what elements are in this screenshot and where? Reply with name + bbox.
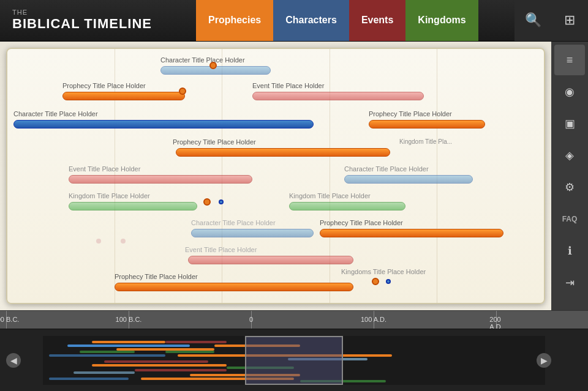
- minimap-next-button[interactable]: ▶: [537, 353, 551, 368]
- logo-title: BIBLICAL TIMELINE: [12, 16, 184, 32]
- layers-button[interactable]: ⊞: [551, 0, 588, 41]
- ruler-label-200bc: 200 B.C.: [0, 316, 19, 323]
- bar-proph-2: [369, 120, 485, 128]
- timeline-content: Character Title Place Holder Prophecy Ti…: [0, 42, 551, 310]
- tab-kingdoms[interactable]: Kingdoms: [405, 0, 478, 41]
- ruler-label-0: 0: [249, 316, 253, 323]
- dot-5: [372, 278, 379, 285]
- label-kingdom-right: Kingdom Title Pla...: [399, 138, 452, 145]
- bar-event-3: [188, 256, 353, 264]
- label-char-4: Character Title Place Holder: [191, 219, 276, 226]
- mini-bar: [49, 354, 165, 357]
- dot-faint-2: [121, 239, 126, 244]
- label-proph-4: Prophecy Title Place Holder: [320, 219, 403, 226]
- header-icons: 🔍 ⊞: [514, 0, 588, 41]
- mini-bar: [49, 378, 129, 380]
- label-proph-2: Prophecy Title Place Holder: [369, 110, 452, 117]
- minimap-prev-button[interactable]: ◀: [6, 353, 21, 368]
- bar-proph-3: [176, 148, 390, 157]
- timeline-icon: ≡: [567, 54, 573, 67]
- search-button[interactable]: 🔍: [514, 0, 551, 41]
- logout-icon: ⇥: [565, 276, 575, 289]
- bar-proph-1: [62, 92, 185, 100]
- main-area: Character Title Place Holder Prophecy Ti…: [0, 42, 588, 310]
- mini-bar: [165, 341, 227, 343]
- dot-faint-1: [96, 239, 101, 244]
- layers-icon: ⊞: [564, 12, 575, 28]
- mini-bar: [80, 351, 135, 353]
- minimap-viewport[interactable]: [245, 336, 343, 385]
- dot-4: [219, 199, 224, 204]
- bar-char-4: [191, 229, 314, 237]
- grid-line: [330, 49, 330, 303]
- label-char-3: Character Title Place Holder: [344, 165, 429, 173]
- tab-prophecies[interactable]: Prophecies: [196, 0, 273, 41]
- mini-bar: [92, 364, 227, 367]
- label-kingdom-1: Kingdom Title Place Holder: [69, 192, 150, 199]
- right-sidebar: ≡ ◉ ▣ ◈ ⚙ FAQ ℹ ⇥: [551, 42, 588, 310]
- tab-events[interactable]: Events: [349, 0, 405, 41]
- label-proph-1: Prophecy Title Place Holder: [62, 82, 146, 89]
- bookmark-icon: ◈: [565, 149, 574, 162]
- ruler-label-100ad: 100 A.D.: [361, 316, 386, 323]
- tab-characters[interactable]: Characters: [273, 0, 349, 41]
- mini-bar: [116, 348, 214, 351]
- bar-event-1: [252, 92, 424, 100]
- book-icon: ▣: [565, 117, 575, 130]
- bar-event-2: [69, 175, 252, 184]
- logo-area: THE BIBLICAL TIMELINE: [0, 9, 196, 32]
- sidebar-btn-logout[interactable]: ⇥: [554, 267, 585, 298]
- dot-2: [179, 88, 186, 95]
- camera-icon: ◉: [565, 85, 575, 99]
- label-proph-3: Prophecy Title Place Holder: [173, 138, 256, 146]
- sidebar-btn-bookmark[interactable]: ◈: [554, 140, 585, 171]
- label-kingdom-2: Kingdom Title Place Holder: [289, 192, 371, 199]
- bar-char-2: [13, 120, 314, 128]
- header: THE BIBLICAL TIMELINE Prophecies Charact…: [0, 0, 588, 42]
- dot-1: [209, 62, 217, 69]
- label-kingdom-3: Kingdoms Title Place Holder: [341, 268, 426, 275]
- mini-bar: [67, 344, 190, 347]
- minimap: ◀ ▶: [0, 329, 588, 391]
- dot-3: [203, 198, 211, 206]
- sidebar-btn-settings[interactable]: ⚙: [554, 172, 585, 203]
- label-event-2: Event Title Place Holder: [69, 165, 140, 173]
- bar-proph-4: [320, 229, 503, 237]
- logo-subtitle: THE: [12, 9, 184, 16]
- sidebar-btn-faq[interactable]: FAQ: [554, 204, 585, 234]
- mini-bar: [135, 369, 227, 371]
- mini-bar: [104, 360, 208, 363]
- faq-icon: FAQ: [562, 215, 578, 223]
- mini-bar: [92, 341, 165, 343]
- parchment: Character Title Place Holder Prophecy Ti…: [6, 48, 545, 304]
- label-proph-5: Prophecy Title Place Holder: [115, 273, 198, 280]
- minimap-background[interactable]: [43, 336, 545, 385]
- ruler-inner: 200 B.C. 100 B.C. 0 100 A.D. 200 A.D.: [6, 311, 508, 329]
- label-event-1: Event Title Place Holder: [252, 82, 324, 89]
- mini-bar: [165, 351, 214, 353]
- sidebar-btn-info[interactable]: ℹ: [554, 236, 585, 266]
- gear-icon: ⚙: [565, 181, 575, 194]
- mini-bar: [74, 371, 135, 374]
- label-char-1: Character Title Place Holder: [160, 56, 245, 64]
- dot-6: [386, 279, 391, 284]
- ruler-label-100bc: 100 B.C.: [116, 316, 142, 323]
- bar-kingdom-1: [69, 202, 197, 210]
- sidebar-btn-timeline[interactable]: ≡: [554, 45, 585, 75]
- sidebar-btn-media[interactable]: ◉: [554, 76, 585, 107]
- search-icon: 🔍: [525, 12, 541, 28]
- bar-char-3: [344, 175, 473, 184]
- arrow-right-icon: ▶: [541, 356, 548, 365]
- label-char-2: Character Title Place Holder: [13, 110, 98, 117]
- info-icon: ℹ: [568, 244, 572, 258]
- nav-tabs: Prophecies Characters Events Kingdoms: [196, 0, 478, 40]
- sidebar-btn-book[interactable]: ▣: [554, 108, 585, 139]
- label-event-3: Event Title Place Holder: [185, 246, 257, 253]
- bar-kingdom-2: [289, 202, 405, 210]
- bar-proph-5: [115, 283, 353, 291]
- arrow-left-icon: ◀: [10, 356, 17, 365]
- timeline-ruler: 200 B.C. 100 B.C. 0 100 A.D. 200 A.D.: [0, 310, 588, 329]
